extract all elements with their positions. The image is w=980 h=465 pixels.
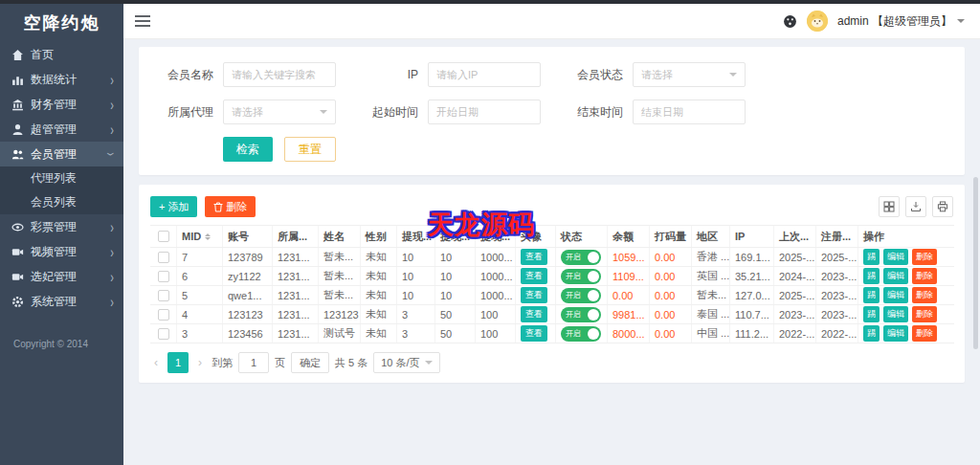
sidebar-item-video[interactable]: 视频管理 ›: [0, 239, 123, 264]
video-icon: [11, 271, 24, 283]
toggle-knob: [588, 252, 599, 263]
column-header-withdraw2: 提现...: [435, 226, 476, 247]
sidebar-item-lottery[interactable]: 彩票管理 ›: [0, 214, 123, 239]
edit-button[interactable]: 编辑: [883, 287, 908, 303]
kick-button[interactable]: 踢: [863, 268, 880, 284]
member-name-input[interactable]: [223, 62, 336, 87]
chevron-right-icon: ›: [110, 120, 114, 139]
edit-button[interactable]: 编辑: [883, 325, 908, 342]
sidebar-item-label: 彩票管理: [31, 219, 110, 235]
users-icon: [11, 148, 24, 161]
cell-mid: 6: [177, 267, 223, 285]
sidebar-item-members[interactable]: 会员管理 ›: [0, 142, 123, 166]
cell-last-time: 2023-...: [774, 305, 816, 323]
cell-mid: 5: [177, 286, 223, 304]
kick-button[interactable]: 踢: [863, 287, 880, 303]
ip-label: IP: [363, 68, 418, 81]
export-icon[interactable]: [905, 196, 926, 217]
reset-button[interactable]: 重置: [284, 137, 336, 162]
status-toggle[interactable]: 开启: [561, 250, 601, 265]
status-toggle[interactable]: 开启: [561, 326, 601, 342]
prev-page-button[interactable]: ‹: [150, 356, 162, 369]
edit-button[interactable]: 编辑: [883, 268, 908, 284]
row-delete-button[interactable]: 删除: [912, 325, 937, 342]
sidebar-item-system[interactable]: 系统管理 ›: [0, 289, 123, 314]
columns-filter-icon[interactable]: [879, 196, 900, 217]
user-avatar[interactable]: [807, 11, 828, 32]
member-status-label: 会员状态: [568, 67, 623, 83]
delete-button[interactable]: 删除: [205, 196, 256, 217]
status-toggle[interactable]: 开启: [561, 269, 601, 284]
row-checkbox[interactable]: [158, 309, 169, 321]
status-toggle[interactable]: 开启: [561, 307, 601, 322]
sidebar-item-agent-list[interactable]: 代理列表: [0, 166, 123, 190]
print-icon[interactable]: [932, 196, 953, 217]
kick-button[interactable]: 踢: [863, 325, 880, 342]
cell-balance: 1059...: [608, 248, 650, 266]
eye-icon: [11, 221, 24, 233]
sidebar-item-home[interactable]: 首页: [0, 42, 123, 67]
page-number-input[interactable]: [238, 352, 269, 373]
sidebar-item-label: 会员列表: [31, 194, 114, 210]
search-button[interactable]: 检索: [223, 137, 273, 162]
kick-button[interactable]: 踢: [863, 306, 880, 322]
page-size-value: 10 条/页: [381, 356, 419, 370]
row-delete-button[interactable]: 删除: [912, 287, 937, 303]
cell-dama: 0.00: [650, 324, 692, 343]
chevron-down-icon: [320, 110, 327, 114]
video-icon: [11, 246, 24, 258]
cell-withdraw2: 50: [435, 324, 476, 343]
avatar-view-button[interactable]: 查看: [521, 306, 547, 322]
cell-region: 暂未...: [692, 286, 730, 304]
row-checkbox[interactable]: [158, 252, 169, 263]
row-delete-button[interactable]: 删除: [912, 268, 937, 284]
row-checkbox[interactable]: [158, 290, 169, 301]
sidebar: 空降约炮 首页 数据统计 › 财务管理 › 超管管理 › 会员管理 ›: [0, 4, 123, 465]
current-page-button[interactable]: 1: [167, 352, 189, 373]
theme-icon[interactable]: [783, 14, 797, 29]
edit-button[interactable]: 编辑: [883, 249, 908, 265]
cell-register-time: 2023-...: [816, 267, 858, 285]
row-delete-button[interactable]: 删除: [912, 249, 937, 265]
sidebar-item-xuanfei[interactable]: 选妃管理 ›: [0, 264, 123, 289]
edit-button[interactable]: 编辑: [883, 306, 908, 322]
avatar-view-button[interactable]: 查看: [521, 268, 547, 284]
sidebar-item-statistics[interactable]: 数据统计 ›: [0, 67, 123, 92]
sidebar-item-superadmin[interactable]: 超管管理 ›: [0, 117, 123, 142]
row-delete-button[interactable]: 删除: [912, 306, 937, 322]
delete-label: 删除: [226, 200, 247, 214]
select-all-checkbox[interactable]: [158, 231, 169, 242]
row-checkbox[interactable]: [158, 271, 169, 282]
member-name-label: 会员名称: [158, 67, 213, 83]
kick-button[interactable]: 踢: [863, 249, 880, 265]
status-toggle[interactable]: 开启: [561, 288, 601, 303]
cell-mid: 4: [177, 305, 223, 323]
member-status-select[interactable]: 请选择: [633, 62, 746, 87]
hamburger-menu-icon[interactable]: [135, 12, 150, 30]
user-dropdown[interactable]: admin 【超级管理员】: [837, 13, 965, 30]
column-header-status: 状态: [556, 226, 608, 247]
user-name-label: admin 【超级管理员】: [837, 13, 952, 30]
end-date-input[interactable]: [633, 100, 746, 124]
agent-select[interactable]: 请选择: [223, 100, 336, 124]
page-size-select[interactable]: 10 条/页: [373, 352, 439, 373]
start-date-input[interactable]: [428, 100, 541, 124]
avatar-view-button[interactable]: 查看: [521, 325, 547, 342]
agent-label: 所属代理: [158, 104, 213, 121]
cell-gender: 未知: [361, 305, 397, 323]
avatar-view-button[interactable]: 查看: [521, 249, 547, 265]
next-page-button[interactable]: ›: [194, 356, 206, 369]
cell-balance: 9981...: [608, 305, 650, 323]
add-button[interactable]: + 添加: [150, 196, 197, 217]
table-row: 5 qwe1... 1231... 暂未... 未知 10 10 1000...…: [150, 286, 954, 305]
sidebar-item-member-list[interactable]: 会员列表: [0, 190, 123, 214]
sidebar-item-finance[interactable]: 财务管理 ›: [0, 92, 123, 117]
confirm-page-button[interactable]: 确定: [291, 352, 329, 373]
sort-icon[interactable]: [205, 233, 211, 240]
column-header-mid[interactable]: MID: [177, 226, 223, 247]
avatar-view-button[interactable]: 查看: [521, 287, 547, 303]
page-scrollbar-thumb[interactable]: [973, 177, 978, 349]
ip-input[interactable]: [428, 62, 541, 87]
row-checkbox[interactable]: [158, 328, 169, 340]
cell-ip: 110.7...: [730, 305, 774, 323]
